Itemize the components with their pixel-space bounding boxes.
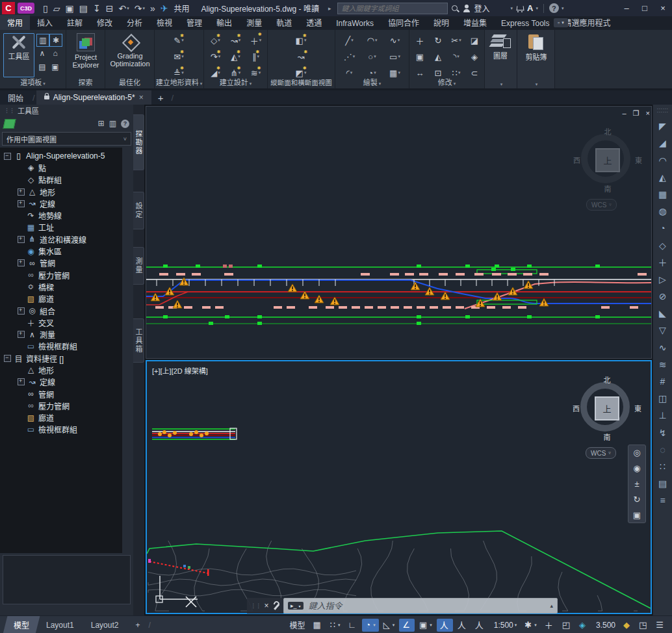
qat-button[interactable]: ▱▾ bbox=[51, 2, 62, 15]
preview-toggle-icon[interactable]: ▥ bbox=[109, 119, 116, 128]
ribbon-button[interactable]: ↝▾ bbox=[226, 32, 246, 48]
ribbon-tab[interactable]: 註解 bbox=[60, 15, 90, 30]
status-toggle[interactable]: 模型▾ bbox=[285, 619, 308, 632]
tree-item[interactable]: ＋ 交叉 bbox=[0, 316, 122, 328]
tree-item[interactable]: ▭ 檢視框群組 bbox=[0, 424, 122, 435]
autodesk-app-icon[interactable]: A bbox=[527, 3, 533, 13]
toolspace-side-tab[interactable]: 測量 bbox=[133, 247, 144, 285]
tree-item[interactable]: ▭ 檢視框群組 bbox=[0, 341, 122, 352]
ribbon-button[interactable]: ◇▾ bbox=[205, 32, 226, 48]
tree-expander[interactable] bbox=[18, 415, 23, 420]
doc-restore-icon[interactable]: ❐ bbox=[633, 109, 640, 118]
palette-small-button[interactable]: ⌂ bbox=[49, 47, 61, 59]
panel-expand-caret[interactable]: ▾ bbox=[536, 82, 538, 86]
tree-expander[interactable] bbox=[18, 284, 23, 290]
tree-expander[interactable] bbox=[18, 367, 23, 373]
item-view-icon[interactable]: ⊞ bbox=[98, 119, 105, 128]
docked-tool-icon[interactable]: ≡ bbox=[660, 496, 665, 505]
status-toggle[interactable]: ◰▾ bbox=[559, 619, 575, 632]
status-toggle[interactable]: ∠▾ bbox=[399, 619, 415, 632]
ribbon-button[interactable]: ◧▾ bbox=[289, 32, 313, 48]
ribbon-tab[interactable]: 檢視 bbox=[149, 15, 179, 30]
ribbon-button[interactable]: ∥▾ bbox=[246, 49, 266, 64]
search-input[interactable] bbox=[337, 3, 448, 14]
palette-small-button[interactable]: ▥ bbox=[36, 34, 49, 47]
tree-expander[interactable] bbox=[18, 331, 25, 338]
tree-item[interactable]: ∧ 測量 bbox=[0, 328, 122, 340]
tree-item[interactable]: ▧ 廊道 bbox=[0, 412, 122, 424]
drawing-tab[interactable]: Align-Superelevation-5* × bbox=[36, 90, 151, 105]
tree-item[interactable]: 目 資料捷徑 [] bbox=[0, 352, 122, 364]
status-toggle[interactable]: ☰▾ bbox=[653, 619, 668, 632]
qat-button[interactable]: ↧▾ bbox=[91, 2, 103, 15]
status-toggle[interactable]: ◈▾ bbox=[576, 619, 590, 632]
signin-label[interactable]: 登入 bbox=[474, 3, 489, 14]
ribbon-tab[interactable]: Express Tools bbox=[494, 17, 556, 30]
qat-button[interactable]: ↷▾ bbox=[133, 2, 147, 15]
viewcube-north[interactable]: 北 bbox=[571, 374, 643, 385]
ribbon-button[interactable]: ＋▾ bbox=[411, 32, 429, 48]
viewport-top[interactable]: 北 西 東 南 上 WCS▿ bbox=[146, 106, 652, 359]
ribbon-tab[interactable]: 管理 bbox=[179, 15, 209, 30]
ribbon-tab[interactable]: 軌道 bbox=[269, 15, 299, 30]
share-label[interactable]: 共用 bbox=[174, 3, 189, 14]
qat-button[interactable]: »▾ bbox=[148, 2, 157, 15]
docked-tool-icon[interactable]: ∿ bbox=[659, 343, 667, 352]
ribbon-button[interactable]: ✂▾ bbox=[447, 32, 465, 48]
ribbon-button[interactable]: ✉▾ bbox=[166, 49, 191, 64]
tree-item[interactable]: ◎ 組合 bbox=[0, 305, 122, 316]
tree-expander[interactable] bbox=[18, 320, 23, 326]
status-toggle[interactable]: ◺▾ bbox=[380, 619, 398, 632]
tree-item[interactable]: ◇ 點群組 bbox=[0, 174, 122, 186]
start-tab[interactable]: 開始 bbox=[0, 90, 31, 105]
tree-item[interactable]: ↝ 定線 bbox=[0, 376, 122, 388]
tree-item[interactable]: △ 地形 bbox=[0, 364, 122, 376]
user-icon[interactable] bbox=[462, 4, 471, 13]
ribbon-tab[interactable]: 常用 bbox=[0, 15, 30, 30]
ribbon-tab[interactable]: 說明 bbox=[426, 15, 456, 30]
qat-button[interactable]: ▯▾ bbox=[41, 2, 50, 15]
status-toggle[interactable]: ◆▾ bbox=[620, 619, 634, 632]
tree-item[interactable]: ∞ 管網 bbox=[0, 257, 122, 269]
status-toggle[interactable]: ∟▾ bbox=[345, 619, 361, 632]
tree-expander[interactable] bbox=[18, 391, 23, 397]
command-history-icon[interactable]: ▴ bbox=[550, 602, 553, 609]
ribbon-button[interactable]: ○▾ bbox=[361, 49, 383, 64]
navbar-icon[interactable]: ◎ bbox=[633, 448, 640, 458]
status-toggle[interactable]: ✱▾ bbox=[521, 619, 539, 632]
viewcube-south[interactable]: 南 bbox=[572, 183, 643, 194]
ribbon-button[interactable]: ◭▾ bbox=[226, 49, 246, 64]
viewcube-east[interactable]: 東 bbox=[635, 155, 642, 165]
toolbar-grip[interactable]: ⋯⋯⋯⋯ bbox=[657, 107, 669, 114]
ribbon-button[interactable]: ◈▾ bbox=[465, 49, 484, 64]
tree-expander[interactable] bbox=[18, 259, 25, 266]
status-toggle[interactable]: ＋▾ bbox=[541, 619, 558, 632]
palette-small-button[interactable]: ▤ bbox=[36, 61, 48, 73]
tree-item[interactable]: ▯ Align-Superelevation-5 bbox=[0, 150, 122, 162]
command-prompt-icon[interactable]: ▸_▾ bbox=[288, 602, 304, 610]
docked-tool-icon[interactable]: ◇ bbox=[659, 241, 666, 250]
tree-item[interactable]: ↷ 地勢線 bbox=[0, 209, 122, 221]
ribbon-tab[interactable]: InfraWorks bbox=[329, 17, 381, 30]
grading-optimization-button[interactable]: Grading Optimization bbox=[108, 33, 152, 68]
ribbon-tab[interactable]: 插入 bbox=[30, 15, 60, 30]
qat-button[interactable]: ▤▾ bbox=[77, 2, 90, 15]
tree-expander[interactable] bbox=[18, 224, 23, 230]
docked-tool-icon[interactable]: ＋ bbox=[658, 258, 667, 267]
palette-small-button[interactable]: ✱ bbox=[49, 34, 62, 47]
help-caret-icon[interactable]: ▾ bbox=[562, 6, 564, 11]
ribbon-tab[interactable]: 增益集 bbox=[456, 15, 494, 30]
tree-expander[interactable] bbox=[4, 355, 11, 362]
qat-button[interactable]: ↶▾ bbox=[116, 2, 131, 15]
ribbon-button[interactable]: ∿▾ bbox=[383, 32, 406, 48]
tree-expander[interactable] bbox=[18, 213, 23, 218]
viewcube-west[interactable]: 西 bbox=[573, 403, 580, 413]
docked-tool-icon[interactable]: ◭ bbox=[659, 173, 666, 182]
tree-item[interactable]: ≎ 橋樑 bbox=[0, 281, 122, 292]
tree-expander[interactable] bbox=[18, 272, 23, 278]
layout-tab[interactable]: Layout1 bbox=[38, 616, 83, 633]
ribbon-button[interactable]: ◪▾ bbox=[465, 32, 484, 48]
tree-item[interactable]: ◈ 點 bbox=[0, 162, 122, 174]
docked-tool-icon[interactable]: ◠ bbox=[658, 156, 666, 165]
tree-item[interactable]: ▧ 廊道 bbox=[0, 293, 122, 305]
